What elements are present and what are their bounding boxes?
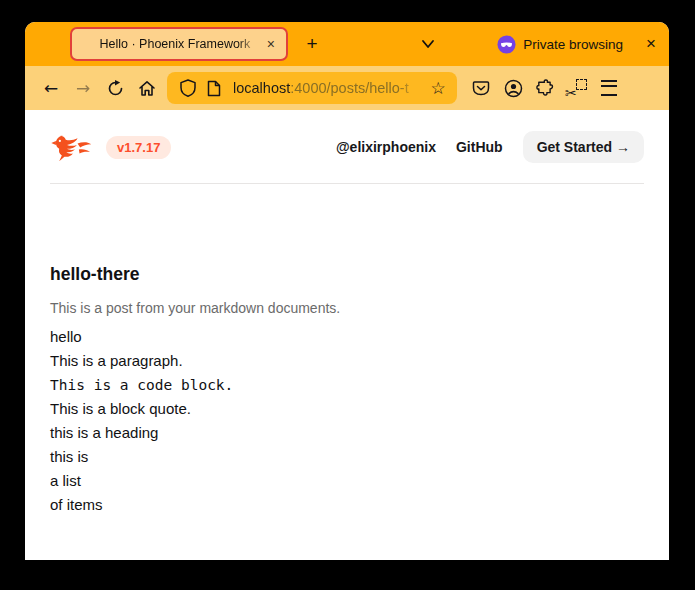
page-content: v1.7.17 @elixirphoenix GitHub Get Starte… — [25, 110, 669, 560]
url-host: localhost — [233, 80, 290, 96]
site-info-button[interactable] — [201, 75, 227, 101]
private-browsing-label: Private browsing — [523, 37, 623, 52]
bookmark-star-button[interactable]: ☆ — [425, 75, 451, 101]
pocket-icon — [472, 80, 490, 97]
browser-window: Hello · Phoenix Framework × + Private br… — [25, 22, 669, 560]
version-badge[interactable]: v1.7.17 — [106, 136, 171, 159]
article-line: This is a paragraph. — [50, 349, 644, 373]
extensions-button[interactable] — [530, 73, 560, 103]
article-line: this is a heading — [50, 421, 644, 445]
tab-title: Hello · Phoenix Framework — [86, 37, 264, 51]
article: hello-there This is a post from your mar… — [25, 184, 669, 517]
shield-icon — [180, 79, 196, 97]
site-header: v1.7.17 @elixirphoenix GitHub Get Starte… — [25, 110, 669, 170]
list-tabs-button[interactable] — [419, 37, 437, 51]
reload-icon — [107, 80, 124, 97]
back-button[interactable]: ← — [36, 73, 66, 103]
tracking-protection-button[interactable] — [175, 75, 201, 101]
star-icon: ☆ — [430, 78, 445, 99]
get-started-button[interactable]: Get Started → — [523, 131, 644, 163]
new-tab-button[interactable]: + — [299, 31, 325, 57]
url-path: :4000/posts/hello-t — [290, 80, 409, 96]
article-line: hello — [50, 325, 644, 349]
private-browsing-badge: Private browsing — [497, 35, 623, 54]
browser-tab-active[interactable]: Hello · Phoenix Framework × — [70, 27, 288, 61]
screenshot-button[interactable]: ✂ — [562, 73, 592, 103]
article-line: of items — [50, 493, 644, 517]
page-icon — [207, 80, 221, 97]
url-bar[interactable]: localhost:4000/posts/hello-t ☆ — [167, 72, 457, 104]
screenshot-icon: ✂ — [567, 79, 587, 97]
back-arrow-icon: ← — [44, 80, 58, 97]
forward-arrow-icon: → — [76, 80, 90, 97]
pocket-button[interactable] — [466, 73, 496, 103]
home-icon — [138, 80, 156, 97]
reload-button[interactable] — [100, 73, 130, 103]
home-button[interactable] — [132, 73, 162, 103]
menu-button[interactable] — [594, 73, 624, 103]
browser-titlebar: Hello · Phoenix Framework × + Private br… — [25, 22, 669, 66]
article-code-line: This is a code block. — [50, 373, 644, 397]
account-button[interactable] — [498, 73, 528, 103]
account-icon — [504, 79, 523, 98]
article-subtitle: This is a post from your markdown docume… — [50, 300, 644, 316]
article-line: this is — [50, 445, 644, 469]
nav-link-github[interactable]: GitHub — [456, 139, 503, 155]
url-input[interactable]: localhost:4000/posts/hello-t — [233, 80, 425, 96]
browser-toolbar: ← → — [25, 66, 669, 110]
article-title: hello-there — [50, 264, 644, 285]
article-line: This is a block quote. — [50, 397, 644, 421]
nav-link-elixirphoenix[interactable]: @elixirphoenix — [336, 139, 436, 155]
hamburger-icon — [601, 80, 617, 96]
tab-close-icon[interactable]: × — [264, 35, 278, 53]
private-mask-icon — [497, 35, 516, 54]
forward-button[interactable]: → — [68, 73, 98, 103]
phoenix-logo[interactable] — [50, 132, 92, 163]
site-nav: @elixirphoenix GitHub Get Started → — [336, 131, 644, 163]
chevron-down-icon — [419, 37, 437, 51]
window-close-button[interactable]: × — [640, 33, 662, 55]
article-line: a list — [50, 469, 644, 493]
puzzle-icon — [536, 79, 554, 97]
